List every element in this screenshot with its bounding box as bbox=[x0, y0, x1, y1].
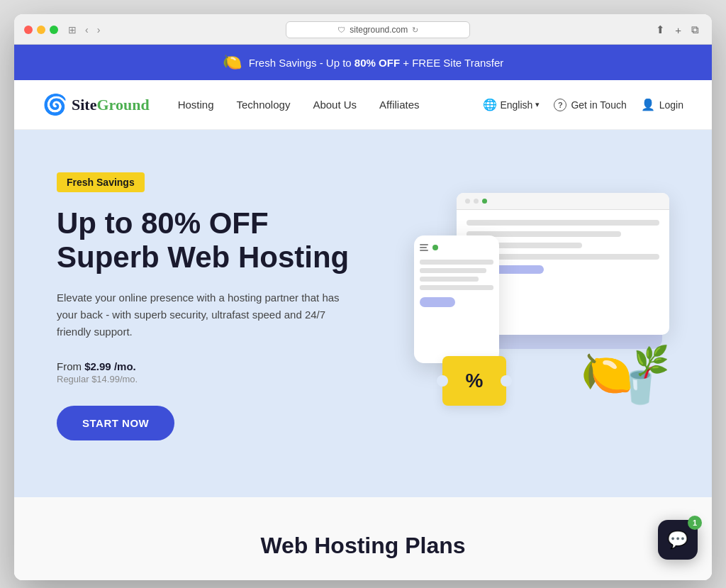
price-regular: Regular $14.99/mo. bbox=[57, 374, 349, 384]
illus-line-1 bbox=[467, 220, 659, 226]
hero-description: Elevate your online presence with a host… bbox=[57, 289, 340, 340]
back-button[interactable]: ‹ bbox=[82, 23, 91, 37]
nav-link-about-us[interactable]: About Us bbox=[313, 99, 357, 111]
website-content: 🍋 Fresh Savings - Up to 80% OFF + FREE S… bbox=[14, 45, 712, 580]
hero-title: Up to 80% OFF Superb Web Hosting bbox=[57, 206, 349, 275]
nav-links: Hosting Technology About Us Affiliates bbox=[178, 99, 484, 111]
ticket-hole-left bbox=[437, 375, 448, 387]
chevron-down-icon: ▾ bbox=[535, 100, 540, 109]
logo-site: Site bbox=[72, 96, 96, 113]
contact-link[interactable]: ? Get in Touch bbox=[554, 99, 626, 111]
chat-button[interactable]: 💬 1 bbox=[658, 520, 698, 560]
new-tab-button[interactable]: + bbox=[672, 23, 684, 38]
nav-right: 🌐 English ▾ ? Get in Touch 👤 Login bbox=[483, 98, 683, 111]
illus-mobile-line-1 bbox=[420, 260, 493, 265]
nav-item-hosting[interactable]: Hosting bbox=[178, 99, 214, 111]
hero-illustration: % 🍋 🥤 🌿 bbox=[400, 193, 669, 420]
promo-text: Fresh Savings - Up to 80% OFF + FREE Sit… bbox=[249, 57, 504, 69]
contact-icon: ? bbox=[554, 99, 566, 111]
hero-title-line1: Up to 80% OFF bbox=[57, 206, 269, 240]
nav-link-technology[interactable]: Technology bbox=[237, 99, 291, 111]
nav-item-about-us[interactable]: About Us bbox=[313, 99, 357, 111]
logo-link[interactable]: 🌀 SiteGround bbox=[43, 93, 150, 116]
address-bar[interactable]: 🛡 siteground.com ↻ bbox=[286, 21, 470, 38]
language-selector[interactable]: 🌐 English ▾ bbox=[483, 98, 540, 111]
leaf-decoration: 🌿 bbox=[634, 344, 669, 377]
hosting-plans-section: Web Hosting Plans bbox=[14, 497, 712, 580]
illus-mobile-lines bbox=[420, 260, 493, 290]
promo-banner: 🍋 Fresh Savings - Up to 80% OFF + FREE S… bbox=[14, 45, 712, 80]
shield-icon: 🛡 bbox=[337, 26, 345, 34]
language-icon: 🌐 bbox=[483, 98, 497, 111]
illus-mobile-header bbox=[420, 243, 493, 253]
illus-mobile-dot bbox=[432, 245, 438, 250]
illus-dot-2 bbox=[474, 199, 479, 204]
ticket-percent-icon: % bbox=[466, 370, 484, 392]
illus-hamburger-icon bbox=[420, 243, 430, 253]
hero-section: Fresh Savings Up to 80% OFF Superb Web H… bbox=[14, 130, 712, 497]
close-button[interactable] bbox=[24, 26, 33, 34]
reload-icon: ↻ bbox=[412, 26, 418, 35]
start-now-button[interactable]: START NOW bbox=[57, 406, 174, 440]
traffic-lights bbox=[24, 26, 58, 34]
ticket-hole-right bbox=[501, 375, 512, 387]
maximize-button[interactable] bbox=[50, 26, 58, 34]
minimize-button[interactable] bbox=[37, 26, 45, 34]
illus-dot-3 bbox=[482, 199, 487, 204]
nav-item-technology[interactable]: Technology bbox=[237, 99, 291, 111]
tabs-button[interactable]: ⧉ bbox=[688, 22, 702, 38]
logo-icon: 🌀 bbox=[43, 93, 67, 116]
language-label: English bbox=[500, 99, 532, 111]
hosting-plans-title: Web Hosting Plans bbox=[43, 533, 683, 559]
promo-text-suffix: + FREE Site Transfer bbox=[400, 57, 503, 69]
browser-chrome: ⊞ ‹ › 🛡 siteground.com ↻ ⬆ + ⧉ bbox=[14, 14, 712, 45]
hero-content: Fresh Savings Up to 80% OFF Superb Web H… bbox=[57, 172, 349, 440]
hero-title-line2: Superb Web Hosting bbox=[57, 240, 349, 274]
illus-browser-bar bbox=[457, 193, 669, 210]
hero-pricing: From $2.99 /mo. Regular $14.99/mo. bbox=[57, 360, 349, 384]
illus-mobile-button bbox=[420, 297, 455, 307]
chat-badge: 1 bbox=[688, 516, 702, 530]
fresh-savings-badge: Fresh Savings bbox=[57, 172, 145, 192]
promo-text-prefix: Fresh Savings - Up to bbox=[249, 57, 354, 69]
nav-link-affiliates[interactable]: Affiliates bbox=[379, 99, 419, 111]
illustration-mobile bbox=[414, 235, 499, 363]
logo-text: SiteGround bbox=[72, 96, 150, 114]
illus-mobile-line-4 bbox=[420, 285, 493, 290]
share-button[interactable]: ⬆ bbox=[653, 22, 668, 38]
price-value: $2.99 /mo. bbox=[84, 360, 136, 372]
illustration-discount-ticket: % bbox=[442, 356, 506, 406]
browser-controls: ⊞ ‹ › bbox=[65, 23, 103, 37]
user-icon: 👤 bbox=[641, 98, 655, 111]
navbar: 🌀 SiteGround Hosting Technology About Us… bbox=[14, 80, 712, 130]
browser-window: ⊞ ‹ › 🛡 siteground.com ↻ ⬆ + ⧉ 🍋 Fresh S… bbox=[14, 14, 712, 580]
price-from: From $2.99 /mo. bbox=[57, 360, 349, 372]
lemon-icon: 🍋 bbox=[223, 53, 242, 72]
chat-icon: 💬 bbox=[667, 530, 688, 550]
contact-label: Get in Touch bbox=[571, 99, 626, 111]
url-text: siteground.com bbox=[350, 25, 408, 35]
window-icon-button[interactable]: ⊞ bbox=[65, 23, 79, 37]
logo-ground: Ground bbox=[96, 96, 149, 113]
promo-bold-text: 80% OFF bbox=[354, 57, 400, 69]
nav-link-hosting[interactable]: Hosting bbox=[178, 99, 214, 111]
illus-mobile-line-3 bbox=[420, 277, 479, 282]
forward-button[interactable]: › bbox=[94, 23, 104, 37]
login-label: Login bbox=[659, 99, 683, 111]
nav-item-affiliates[interactable]: Affiliates bbox=[379, 99, 419, 111]
illus-dot-1 bbox=[465, 199, 470, 204]
illus-mobile-line-2 bbox=[420, 268, 486, 273]
address-bar-container: 🛡 siteground.com ↻ bbox=[110, 21, 646, 38]
browser-actions: ⬆ + ⧉ bbox=[653, 22, 702, 38]
login-link[interactable]: 👤 Login bbox=[641, 98, 683, 111]
